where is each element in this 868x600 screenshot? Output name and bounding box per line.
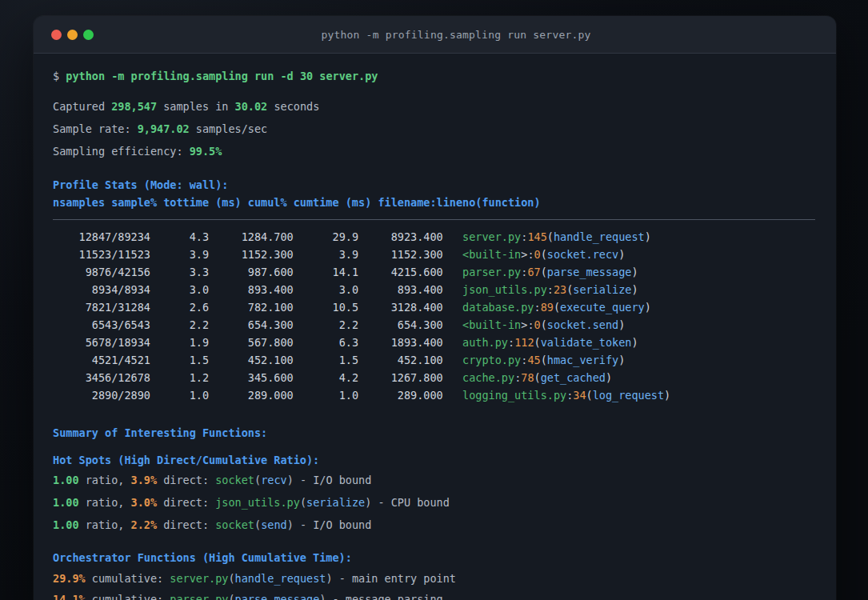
table-row: 4521/4521 1.5 452.100 1.5 452.100 crypto… <box>53 351 817 369</box>
table-row: 2890/2890 1.0 289.000 1.0 289.000 loggin… <box>53 386 817 404</box>
hotspots-list: 1.00 ratio, 3.9% direct: socket(recv) - … <box>53 471 817 534</box>
table-row: 7821/31284 2.6 782.100 10.5 3128.400 dat… <box>53 298 817 316</box>
command-text: python -m profiling.sampling run -d 30 s… <box>66 70 378 82</box>
capture-stat-line: Sample rate: 9,947.02 samples/sec <box>53 120 817 138</box>
table-row: 9876/42156 3.3 987.600 14.1 4215.600 par… <box>53 263 817 281</box>
capture-stats: Captured 298,547 samples in 30.02 second… <box>53 98 817 160</box>
profile-table: 12847/89234 4.3 1284.700 29.9 8923.400 s… <box>53 228 817 404</box>
table-row: 3456/12678 1.2 345.600 4.2 1267.800 cach… <box>53 369 817 386</box>
close-button[interactable] <box>51 30 62 40</box>
hotspot-line: 1.00 ratio, 3.0% direct: json_utils.py(s… <box>53 494 817 511</box>
hotspot-line: 1.00 ratio, 3.9% direct: socket(recv) - … <box>53 471 817 489</box>
table-row: 11523/11523 3.9 1152.300 3.9 1152.300 <b… <box>53 246 817 263</box>
table-header: nsamples sample% tottime (ms) cumul% cum… <box>53 194 817 211</box>
window-controls <box>51 30 94 40</box>
orchestrator-list: 29.9% cumulative: server.py(handle_reque… <box>53 570 817 600</box>
hotspots-header: Hot Spots (High Direct/Cumulative Ratio)… <box>53 451 817 469</box>
capture-stat-line: Sampling efficiency: 99.5% <box>53 142 817 160</box>
table-divider <box>53 219 815 220</box>
profile-stats-header: Profile Stats (Mode: wall): <box>53 176 817 194</box>
maximize-button[interactable] <box>83 30 94 40</box>
shell-prompt: $ <box>53 70 59 82</box>
orchestrator-header: Orchestrator Functions (High Cumulative … <box>53 549 817 566</box>
table-row: 5678/18934 1.9 567.800 6.3 1893.400 auth… <box>53 334 817 351</box>
hotspot-line: 1.00 ratio, 2.2% direct: socket(send) - … <box>53 516 817 534</box>
terminal-window: python -m profiling.sampling run server.… <box>34 16 836 600</box>
table-row: 6543/6543 2.2 654.300 2.2 654.300 <built… <box>53 316 817 334</box>
table-row: 8934/8934 3.0 893.400 3.0 893.400 json_u… <box>53 281 817 298</box>
minimize-button[interactable] <box>67 30 78 40</box>
window-title: python -m profiling.sampling run server.… <box>94 29 818 41</box>
capture-stat-line: Captured 298,547 samples in 30.02 second… <box>53 98 817 115</box>
terminal-output: $ python -m profiling.sampling run -d 30… <box>34 54 836 600</box>
window-titlebar: python -m profiling.sampling run server.… <box>34 16 836 54</box>
orchestrator-line: 29.9% cumulative: server.py(handle_reque… <box>53 570 817 587</box>
summary-header: Summary of Interesting Functions: <box>53 424 817 442</box>
command-line: $ python -m profiling.sampling run -d 30… <box>53 67 817 85</box>
table-row: 12847/89234 4.3 1284.700 29.9 8923.400 s… <box>53 228 817 246</box>
orchestrator-line: 14.1% cumulative: parser.py(parse_messag… <box>53 590 817 600</box>
